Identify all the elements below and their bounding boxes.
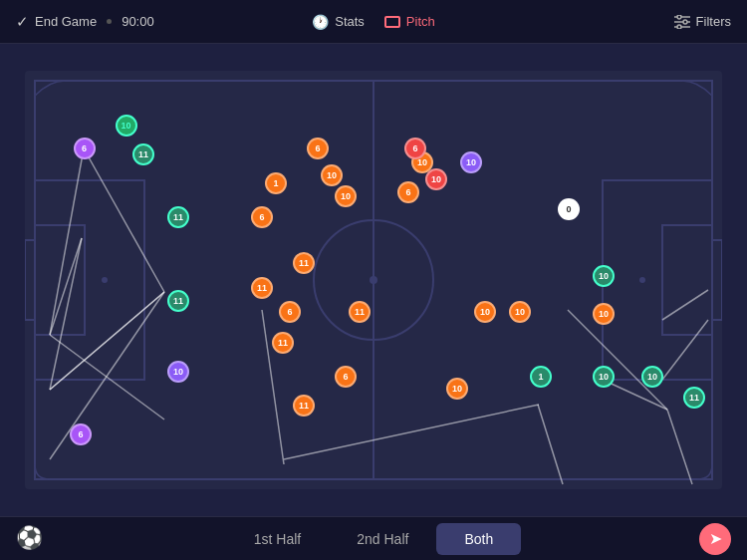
player-marker: 6: [70, 423, 92, 445]
filters-icon: [674, 15, 690, 29]
player-marker: 11: [293, 252, 315, 274]
player-marker: 11: [251, 277, 273, 299]
filters-button[interactable]: Filters: [674, 14, 731, 29]
player-marker: 6: [335, 366, 357, 388]
player-marker: 6: [404, 138, 426, 159]
football-icon: ⚽: [16, 525, 44, 553]
both-button[interactable]: Both: [436, 523, 521, 555]
filters-label: Filters: [696, 14, 731, 29]
separator: [107, 19, 112, 24]
player-marker: 11: [272, 332, 294, 354]
check-icon: ✓: [16, 13, 29, 31]
player-marker: 10: [593, 265, 615, 287]
header: ✓ End Game 90:00 🕐 Stats Pitch: [0, 0, 747, 44]
end-game-label: End Game: [35, 14, 97, 29]
player-marker: 1: [265, 172, 287, 194]
player-marker: 10: [509, 301, 531, 323]
svg-point-3: [677, 15, 681, 19]
player-marker: 11: [683, 387, 705, 409]
header-center: 🕐 Stats Pitch: [254, 14, 492, 30]
player-marker: 1: [530, 366, 552, 388]
player-marker: 11: [132, 143, 154, 165]
player-marker: 10: [593, 366, 615, 388]
end-game-button[interactable]: ✓ End Game: [16, 13, 97, 31]
player-marker: 10: [446, 378, 468, 400]
player-marker: 6: [307, 138, 329, 159]
player-marker: 10: [425, 168, 447, 190]
stats-button[interactable]: 🕐 Stats: [312, 14, 365, 30]
player-marker: 6: [279, 301, 301, 323]
player-marker: 10: [116, 115, 137, 137]
clock-icon: 🕐: [312, 14, 329, 30]
player-marker: 10: [593, 303, 615, 325]
player-marker: 10: [474, 301, 496, 323]
first-half-button[interactable]: 1st Half: [226, 523, 329, 555]
svg-point-4: [683, 20, 687, 24]
footer: ⚽ 1st Half 2nd Half Both ➤: [0, 516, 747, 560]
pitch-button[interactable]: Pitch: [384, 14, 435, 29]
player-marker: 6: [251, 206, 273, 228]
players-container: 1061111116161010111166111011610610100101…: [25, 71, 722, 489]
player-marker: 10: [335, 185, 357, 207]
pitch-rect-icon: [384, 16, 400, 28]
second-half-button[interactable]: 2nd Half: [329, 523, 436, 555]
pitch-label: Pitch: [406, 14, 435, 29]
next-arrow-button[interactable]: ➤: [699, 523, 731, 555]
pitch-container: 1061111116161010111166111011610610100101…: [25, 71, 722, 489]
time-display: 90:00: [122, 14, 154, 29]
time-value: 90:00: [122, 14, 154, 29]
header-right: Filters: [493, 14, 731, 29]
player-marker: 0: [558, 198, 580, 220]
player-marker: 11: [167, 290, 189, 312]
svg-point-5: [677, 25, 681, 29]
player-marker: 6: [74, 138, 96, 159]
player-marker: 11: [349, 301, 371, 323]
arrow-right-icon: ➤: [709, 529, 722, 548]
header-left: ✓ End Game 90:00: [16, 13, 254, 31]
player-marker: 6: [397, 181, 419, 203]
pitch-area: 1061111116161010111166111011610610100101…: [0, 44, 747, 516]
player-marker: 11: [293, 395, 315, 417]
player-marker: 10: [321, 164, 343, 186]
stats-label: Stats: [335, 14, 365, 29]
player-marker: 10: [641, 366, 663, 388]
player-marker: 11: [167, 206, 189, 228]
player-marker: 10: [167, 361, 189, 383]
player-marker: 10: [460, 151, 482, 173]
